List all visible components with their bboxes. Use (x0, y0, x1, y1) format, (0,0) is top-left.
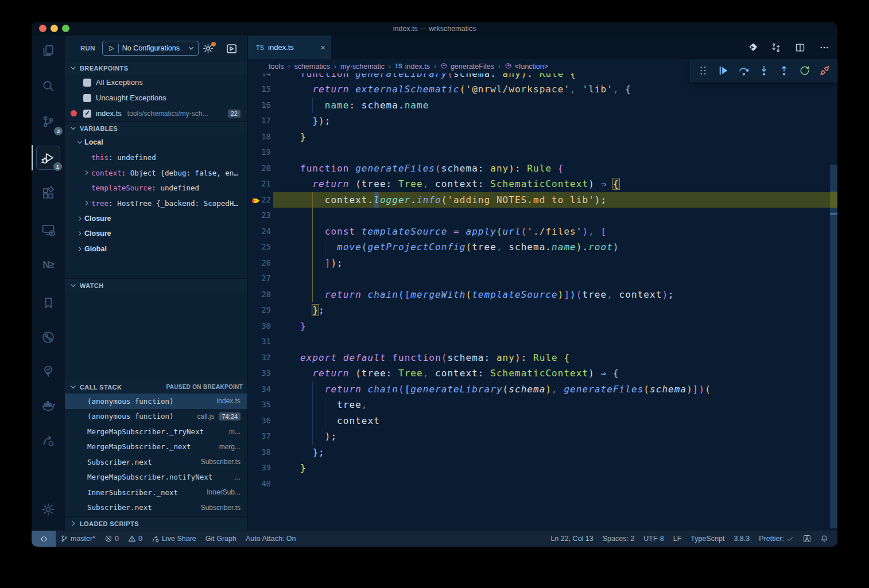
paused-breakpoint-icon[interactable] (251, 195, 262, 205)
breadcrumb-item[interactable]: generateFiles (440, 63, 494, 71)
activity-item-extensions[interactable] (36, 181, 60, 205)
activity-item-search[interactable] (36, 74, 60, 98)
debug-step-out-button[interactable] (777, 63, 792, 79)
code-line-27[interactable]: 27 (248, 271, 837, 287)
editor-action-split-editor[interactable] (795, 42, 805, 53)
editor-action-run-debug-filled[interactable] (747, 42, 757, 53)
status-item-eol[interactable]: LF (669, 531, 686, 547)
code-line-30[interactable]: 30} (248, 318, 837, 334)
code-line-34[interactable]: 34 return chain([generateLibrary(schema)… (248, 381, 837, 398)
call-stack-frame[interactable]: (anonymous function)call.js74:24 (65, 409, 247, 425)
variables-scope-row[interactable]: Global (65, 242, 247, 257)
launch-configuration-dropdown[interactable]: No Configurations (102, 41, 199, 56)
code-line-40[interactable]: 40 (248, 476, 837, 492)
code-line-18[interactable]: 18} (248, 129, 837, 145)
debug-console-button[interactable] (226, 43, 237, 56)
status-item-cursor-position[interactable]: Ln 22, Col 13 (546, 531, 598, 547)
code-line-31[interactable]: 31 (248, 334, 837, 350)
checkbox-checked[interactable]: ✓ (83, 110, 91, 118)
breadcrumb-item[interactable]: schematics (294, 63, 330, 71)
call-stack-frame[interactable]: MergeMapSubscriber._tryNextm... (65, 424, 247, 439)
status-item-language[interactable]: TypeScript (686, 531, 729, 547)
code-line-26[interactable]: 26 ]); (248, 255, 837, 271)
breakpoints-section-header[interactable]: BREAKPOINTS (65, 61, 247, 75)
breakpoint-row[interactable]: ✓index.tstools/schematics/my-sch...22 (65, 106, 247, 121)
configure-gear-button[interactable] (203, 43, 215, 54)
breadcrumb-item[interactable]: tools (269, 63, 284, 71)
activity-item-test-explorer[interactable] (36, 359, 60, 383)
activity-item-live-share[interactable] (36, 429, 60, 453)
status-item-prettier[interactable]: Prettier: (754, 531, 798, 547)
variable-row[interactable]: tree: HostTree {_backend: ScopedH… (65, 196, 247, 211)
breadcrumb-item[interactable]: <function> (505, 63, 548, 71)
code-line-23[interactable]: 23 (248, 208, 837, 224)
code-line-16[interactable]: 16 name: schema.name (248, 98, 837, 114)
code-line-17[interactable]: 17 }); (248, 113, 837, 129)
call-stack-section-header[interactable]: CALL STACK PAUSED ON BREAKPOINT (65, 380, 247, 394)
code-line-33[interactable]: 33 return (tree: Tree, context: Schemati… (248, 365, 837, 381)
variables-scope-row[interactable]: Closure (65, 211, 247, 227)
status-item-indentation[interactable]: Spaces: 2 (598, 531, 639, 547)
debug-step-into-button[interactable] (757, 63, 771, 79)
loaded-scripts-section-header[interactable]: LOADED SCRIPTS (65, 516, 247, 530)
code-editor[interactable]: 14function generateLibrary(schema: any):… (248, 73, 837, 531)
tab-index-ts[interactable]: TS index.ts × (248, 36, 331, 59)
editor-action-compare-changes[interactable] (771, 42, 781, 53)
activity-item-settings[interactable] (36, 497, 60, 521)
breadcrumb-item[interactable]: TSindex.ts (395, 63, 430, 71)
code-line-32[interactable]: 32export default function(schema: any): … (248, 350, 837, 366)
checkbox-unchecked[interactable] (83, 94, 91, 102)
activity-item-nx-console[interactable]: N≥ (36, 253, 60, 277)
breakpoint-row[interactable]: All Exceptions (65, 75, 247, 90)
call-stack-frame[interactable]: MergeMapSubscriber._nextmerg... (65, 439, 247, 455)
code-line-36[interactable]: 36 context (248, 413, 837, 429)
activity-item-explorer[interactable] (36, 38, 60, 63)
status-item-feedback[interactable] (798, 531, 816, 547)
editor-action-more-actions[interactable] (819, 42, 829, 53)
code-line-19[interactable]: 19 (248, 145, 837, 161)
watch-section-header[interactable]: WATCH (65, 278, 247, 292)
code-line-28[interactable]: 28 return chain([mergeWith(templateSourc… (248, 287, 837, 303)
status-item-live-share[interactable]: Live Share (147, 531, 201, 547)
activity-item-bookmarks[interactable] (36, 291, 60, 315)
status-item-encoding[interactable]: UTF-8 (639, 531, 668, 547)
breadcrumb-item[interactable]: my-schematic (340, 63, 385, 71)
status-item-git-branch[interactable]: master* (56, 531, 100, 547)
code-line-21[interactable]: 21 return (tree: Tree, context: Schemati… (248, 176, 837, 192)
activity-item-git-graph[interactable] (36, 325, 60, 349)
status-item-warnings[interactable]: 0 (123, 531, 147, 547)
activity-item-docker[interactable] (36, 394, 60, 418)
code-line-20[interactable]: 20function generateFiles(schema: any): R… (248, 161, 837, 177)
start-debug-icon[interactable] (107, 45, 115, 52)
activity-item-run-debug[interactable]: 1 (36, 146, 60, 170)
status-item-errors[interactable]: 0 (100, 531, 123, 547)
breakpoint-row[interactable]: Uncaught Exceptions (65, 90, 247, 106)
editor-scrollbar[interactable] (830, 165, 837, 528)
code-line-24[interactable]: 24 const templateSource = apply(url('./f… (248, 224, 837, 240)
debug-disconnect-button[interactable] (817, 63, 832, 79)
variables-scope-row[interactable]: Closure (65, 226, 247, 242)
status-item-ts-version[interactable]: 3.8.3 (729, 531, 754, 547)
call-stack-frame[interactable]: Subscriber.nextSubscriber.ts (65, 454, 247, 470)
call-stack-frame[interactable]: InnerSubscriber._nextInnerSub... (65, 485, 247, 500)
activity-item-source-control[interactable]: 3 (36, 110, 60, 134)
code-line-39[interactable]: 39} (248, 460, 837, 476)
status-item-notifications[interactable] (816, 531, 833, 547)
code-line-29[interactable]: 29 }; (248, 302, 837, 318)
call-stack-frame[interactable]: MergeMapSubscriber.notifyNext... (65, 470, 247, 485)
code-line-15[interactable]: 15 return externalSchematic('@nrwl/works… (248, 81, 837, 98)
variables-section-header[interactable]: VARIABLES (65, 121, 247, 135)
status-item-auto-attach[interactable]: Auto Attach: On (241, 531, 301, 547)
debug-continue-button[interactable] (716, 63, 731, 79)
code-line-25[interactable]: 25 move(getProjectConfig(tree, schema.na… (248, 239, 837, 255)
variable-row[interactable]: templateSource: undefined (65, 181, 247, 196)
call-stack-frame[interactable]: Subscriber.nextSubscriber.ts (65, 500, 247, 516)
variable-row[interactable]: this: undefined (65, 150, 247, 166)
checkbox-unchecked[interactable] (83, 79, 91, 87)
variables-scope-row[interactable]: Local (65, 135, 247, 150)
variable-row[interactable]: context: Object {debug: false, en… (65, 165, 247, 181)
remote-indicator[interactable] (32, 531, 56, 547)
code-line-35[interactable]: 35 tree, (248, 397, 837, 413)
code-line-38[interactable]: 38 }; (248, 445, 837, 461)
debug-step-over-button[interactable] (736, 63, 751, 79)
